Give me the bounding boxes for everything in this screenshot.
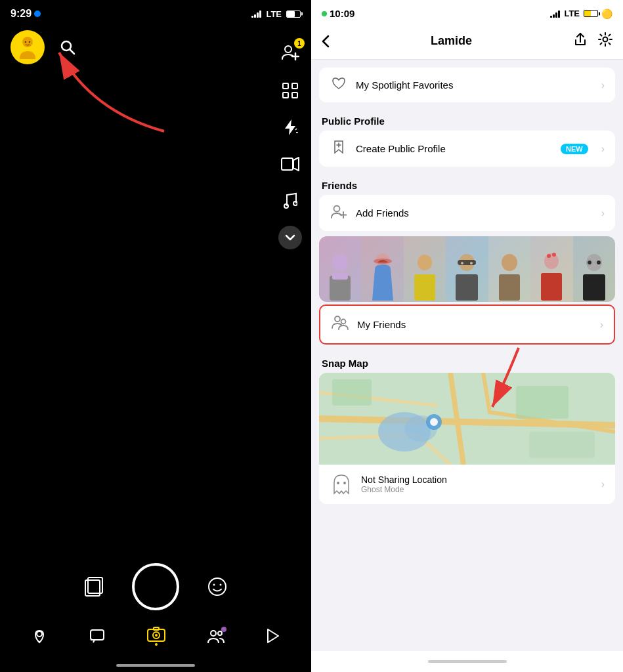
avatar-7-svg <box>578 248 610 301</box>
home-indicator <box>116 664 195 667</box>
settings-button[interactable] <box>598 32 612 50</box>
svg-point-0 <box>22 37 33 47</box>
left-status-bar: 9:29 LTE <box>0 0 311 25</box>
right-signal-bars <box>550 10 560 18</box>
scan-icon[interactable] <box>278 79 302 102</box>
badge-count: 1 <box>297 40 301 47</box>
heart-svg <box>332 77 346 90</box>
svg-marker-16 <box>293 158 299 171</box>
right-home-indicator <box>311 651 623 672</box>
expand-button[interactable] <box>278 226 302 249</box>
nav-camera[interactable] <box>147 626 165 646</box>
left-top-icons <box>0 25 311 70</box>
chevron-down-icon <box>285 234 295 241</box>
ghost-mode-item[interactable]: Not Sharing Location Ghost Mode › <box>319 465 615 504</box>
my-friends-item[interactable]: My Friends › <box>319 304 615 345</box>
svg-rect-43 <box>374 259 392 264</box>
right-side-icons: 1 <box>277 39 303 249</box>
add-friend-button[interactable]: 1 <box>277 39 303 66</box>
right-time: 10:09 <box>330 8 354 19</box>
signal-bars <box>251 10 261 18</box>
svg-point-53 <box>544 253 559 269</box>
share-button[interactable] <box>573 32 588 50</box>
svg-marker-32 <box>268 629 278 642</box>
spotlight-chevron: › <box>601 79 605 91</box>
svg-point-24 <box>37 631 42 637</box>
purple-notification <box>221 627 226 632</box>
my-friends-svg <box>332 315 349 331</box>
search-svg <box>59 39 76 56</box>
lens-icon[interactable] <box>205 575 229 598</box>
profile-content: My Spotlight Favorites › Public Profile … <box>311 60 623 651</box>
svg-point-71 <box>430 418 438 426</box>
new-badge: NEW <box>561 144 588 154</box>
back-chevron-icon <box>322 35 330 48</box>
spotlight-label: My Spotlight Favorites <box>356 79 593 91</box>
avatar-5 <box>488 236 530 302</box>
create-profile-item[interactable]: Create Public Profile NEW › <box>319 131 615 167</box>
bookmark-plus-icon <box>330 140 348 158</box>
spotlight-item[interactable]: My Spotlight Favorites › <box>319 68 615 102</box>
svg-rect-25 <box>91 630 104 640</box>
nav-chat[interactable] <box>89 628 105 644</box>
flash-svg <box>282 118 298 136</box>
svg-point-22 <box>213 584 215 586</box>
ghost-subtitle: Ghost Mode <box>361 485 593 494</box>
map-thumbnail[interactable] <box>319 373 615 465</box>
nav-map[interactable] <box>32 628 47 644</box>
my-friends-icon <box>331 315 349 334</box>
add-friends-card: Add Friends › <box>319 195 615 231</box>
header-actions <box>573 32 612 50</box>
back-button[interactable] <box>322 35 330 48</box>
stories-icon <box>267 628 280 644</box>
add-friends-chevron: › <box>601 207 605 219</box>
create-profile-label: Create Public Profile <box>356 143 553 154</box>
left-bottom-controls <box>0 563 311 646</box>
ghost-text: Not Sharing Location Ghost Mode <box>361 474 593 494</box>
ghost-title: Not Sharing Location <box>361 474 593 485</box>
svg-point-30 <box>211 631 216 636</box>
bitmoji-avatar[interactable] <box>11 30 45 64</box>
my-friends-label: My Friends <box>357 319 592 330</box>
chat-icon <box>89 628 105 644</box>
avatar-3-svg <box>409 248 440 301</box>
svg-point-49 <box>461 262 463 264</box>
share-icon <box>573 32 588 47</box>
svg-point-62 <box>335 316 340 322</box>
green-status-dot <box>322 11 327 16</box>
add-friends-icon <box>330 204 348 222</box>
friends-label: Friends <box>311 172 623 195</box>
capture-button[interactable] <box>132 563 179 610</box>
avatar-4 <box>446 236 488 302</box>
music-icon[interactable] <box>278 189 302 213</box>
avatar-2-svg <box>367 248 398 301</box>
flash-icon[interactable] <box>278 116 302 139</box>
ghost-icon <box>330 472 353 496</box>
battery-fill <box>287 11 295 17</box>
add-friends-label: Add Friends <box>356 207 593 219</box>
profile-title: Lamide <box>431 34 472 48</box>
avatar-1-svg <box>324 248 356 301</box>
add-friends-item[interactable]: Add Friends › <box>319 195 615 231</box>
svg-rect-10 <box>292 83 297 89</box>
nav-stories[interactable] <box>267 628 280 644</box>
svg-rect-47 <box>456 274 478 301</box>
friends-avatars <box>319 236 615 302</box>
video-icon[interactable] <box>278 152 302 176</box>
camera-icon <box>147 626 165 642</box>
svg-point-36 <box>334 206 340 212</box>
map-svg <box>319 373 615 465</box>
memories-icon[interactable] <box>82 575 106 598</box>
svg-point-17 <box>284 204 288 208</box>
svg-point-33 <box>603 37 608 42</box>
search-icon[interactable] <box>55 35 80 60</box>
svg-point-28 <box>155 634 158 637</box>
memories-svg <box>84 576 104 597</box>
profile-chevron: › <box>601 143 605 155</box>
svg-rect-58 <box>583 274 605 301</box>
yellow-dot-icon: 🟡 <box>601 9 612 19</box>
svg-rect-9 <box>283 83 288 89</box>
ghost-svg <box>332 474 351 495</box>
left-panel: 9:29 LTE <box>0 0 311 672</box>
nav-friends[interactable] <box>207 629 225 643</box>
